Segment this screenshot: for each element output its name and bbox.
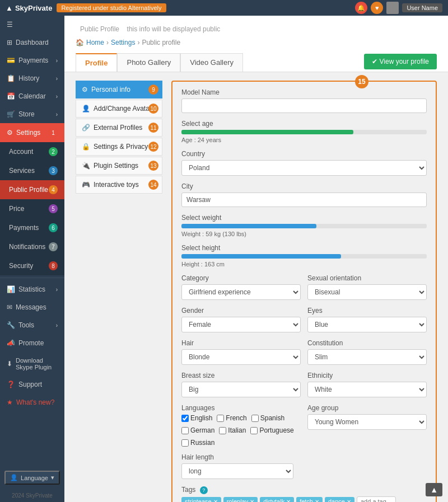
tag-striptease-remove[interactable]: ✕ — [213, 499, 218, 503]
view-profile-button-top[interactable]: ✔ View your profile — [364, 54, 437, 69]
eyes-label: Eyes — [307, 307, 427, 315]
lang-english-checkbox[interactable] — [181, 415, 189, 422]
breadcrumb-settings[interactable]: Settings — [111, 39, 135, 46]
lang-russian-checkbox[interactable] — [181, 439, 189, 447]
left-menu-personal-info[interactable]: ⚙ Personal info 9 — [76, 81, 162, 98]
tag-add-input[interactable] — [357, 496, 396, 502]
constitution-select[interactable]: Slim Athletic — [307, 349, 427, 365]
lang-russian[interactable]: Russian — [181, 439, 214, 447]
left-menu-plugin-settings[interactable]: 🔌 Plugin Settings 13 — [76, 157, 162, 175]
sidebar-item-statistics[interactable]: 📊 Statistics › — [0, 280, 64, 298]
breast-size-select[interactable]: Big Medium — [181, 382, 301, 397]
sidebar-item-notifications[interactable]: Notifications 7 — [0, 237, 64, 256]
support-icon: ❓ — [7, 381, 15, 388]
breadcrumb-home[interactable]: Home — [86, 39, 104, 46]
tag-dance-remove[interactable]: ✕ — [347, 499, 351, 503]
ethnicity-select[interactable]: White Black — [307, 382, 427, 397]
promote-icon: 📣 — [7, 339, 15, 347]
tab-video-gallery[interactable]: Video Gallery — [180, 53, 243, 72]
language-icon: 👤 — [10, 474, 18, 481]
hair-length-row: Hair length long medium short — [181, 453, 293, 479]
sidebar-item-tools[interactable]: 🔧 Tools › — [0, 316, 64, 334]
hair-select[interactable]: Blonde Brunette — [181, 349, 301, 365]
sidebar-item-download[interactable]: ⬇ Download Skype Plugin — [0, 352, 64, 376]
lang-french[interactable]: French — [217, 414, 246, 422]
menu-icon: ☰ — [7, 21, 13, 29]
sidebar-footer: 👤 Language ▾ — [0, 466, 64, 489]
category-select[interactable]: Girlfriend experience Dominatrix — [181, 284, 301, 300]
select-age-label: Select age — [181, 120, 427, 128]
tag-roleplay-remove[interactable]: ✕ — [250, 499, 254, 503]
plugin-icon: 🔌 — [82, 162, 90, 170]
sidebar-item-account[interactable]: Account 2 — [0, 142, 64, 161]
sidebar-item-payments-sub[interactable]: Payments 6 — [0, 218, 64, 237]
city-input[interactable] — [181, 193, 427, 207]
profile-content: ⚙ Personal info 9 👤 Add/Change Avatar 10… — [64, 72, 448, 502]
lang-portuguese-checkbox[interactable] — [250, 427, 258, 434]
bell-icon[interactable]: 🔔 — [355, 2, 367, 14]
chevron-down-icon: ▾ — [51, 474, 54, 481]
left-menu-add-avatar[interactable]: 👤 Add/Change Avatar 10 — [76, 100, 162, 118]
lang-italian-checkbox[interactable] — [219, 427, 226, 434]
heart-icon[interactable]: ♥ — [371, 2, 383, 14]
sidebar-item-public-profile[interactable]: Public Profile 4 — [0, 180, 64, 199]
left-menu-interactive-toys[interactable]: 🎮 Interactive toys 14 — [76, 176, 162, 194]
sidebar-item-whats-new[interactable]: ★ What's new? — [0, 393, 64, 411]
sexual-orientation-select[interactable]: Bisexual Straight — [307, 284, 427, 300]
sidebar-item-support[interactable]: ❓ Support — [0, 376, 64, 393]
lang-german[interactable]: German — [181, 426, 214, 434]
languages-col: Languages English French Spanish German … — [181, 404, 301, 447]
language-selector[interactable]: 👤 Language ▾ — [4, 471, 60, 485]
left-menu-settings-privacy[interactable]: 🔒 Settings & Privacy 12 — [76, 138, 162, 156]
tag-dance: dance ✕ — [325, 497, 354, 502]
lang-french-checkbox[interactable] — [217, 415, 224, 422]
height-bar[interactable] — [181, 254, 427, 259]
sidebar-item-history[interactable]: 📋 History › — [0, 69, 64, 87]
sidebar-item-messages[interactable]: ✉ Messages — [0, 298, 64, 316]
gender-select[interactable]: Female Male — [181, 317, 301, 332]
sidebar-divider — [0, 278, 64, 278]
category-label: Category — [181, 274, 301, 282]
lang-english[interactable]: English — [181, 414, 212, 422]
tools-icon: 🔧 — [7, 321, 15, 329]
tab-photo-gallery[interactable]: Photo Gallery — [117, 53, 180, 72]
top-bar: ▲SkyPrivate Registered under studio Alte… — [0, 0, 448, 16]
settings-icon: ⚙ — [7, 129, 13, 137]
sidebar-item-settings[interactable]: ⚙ Settings 1 — [0, 123, 64, 142]
sidebar-item-security[interactable]: Security 8 — [0, 256, 64, 275]
sidebar-item-promote[interactable]: 📣 Promote — [0, 334, 64, 352]
scroll-to-top-button[interactable]: ▲ — [426, 483, 442, 496]
tag-fetch-remove[interactable]: ✕ — [315, 499, 319, 503]
languages-agegroup-row: Languages English French Spanish German … — [181, 404, 427, 447]
sidebar-item-dashboard[interactable]: ⊞ Dashboard — [0, 34, 64, 51]
sidebar-item-payments[interactable]: 💳 Payments › — [0, 51, 64, 69]
sidebar-item-price[interactable]: Price 5 — [0, 199, 64, 218]
home-icon: 🏠 — [76, 39, 84, 46]
lang-german-checkbox[interactable] — [181, 427, 189, 434]
tab-profile[interactable]: Profile — [76, 53, 117, 72]
sexual-orientation-label: Sexual orientation — [307, 274, 427, 282]
left-menu-external-profiles[interactable]: 🔗 External Profiles 11 — [76, 119, 162, 137]
eyes-select[interactable]: Blue Brown — [307, 317, 427, 332]
lang-portuguese[interactable]: Portuguese — [250, 426, 293, 434]
sidebar-toggle[interactable]: ☰ — [0, 16, 64, 34]
age-bar[interactable] — [181, 130, 427, 134]
weight-bar[interactable] — [181, 224, 427, 228]
user-menu[interactable]: User Name — [402, 3, 442, 12]
lang-spanish[interactable]: Spanish — [251, 414, 284, 422]
top-bar-right: 🔔 ♥ User Name — [355, 2, 442, 14]
whats-new-icon: ★ — [7, 398, 13, 406]
age-group-select[interactable]: Young Women Mature — [307, 414, 427, 430]
model-name-input[interactable] — [181, 98, 427, 113]
lang-spanish-checkbox[interactable] — [251, 415, 259, 422]
tag-dirtytalk-remove[interactable]: ✕ — [286, 499, 291, 503]
sidebar-item-store[interactable]: 🛒 Store › — [0, 105, 64, 123]
sidebar-item-services[interactable]: Services 3 — [0, 161, 64, 180]
constitution-col: Constitution Slim Athletic — [307, 339, 427, 365]
hair-length-select[interactable]: long medium short — [181, 463, 293, 479]
sidebar-item-calendar[interactable]: 📅 Calendar › — [0, 87, 64, 105]
lang-italian[interactable]: Italian — [219, 426, 246, 434]
height-bar-fill — [181, 254, 341, 259]
constitution-label: Constitution — [307, 339, 427, 347]
country-select[interactable]: Poland United States Germany — [181, 160, 427, 176]
